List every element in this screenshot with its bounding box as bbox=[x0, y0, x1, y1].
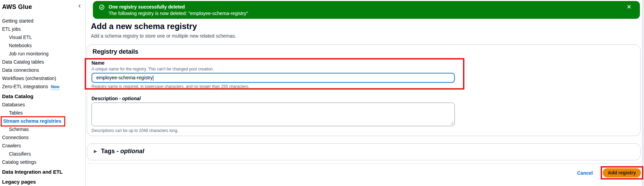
sidebar-item-label: Databases bbox=[2, 102, 25, 107]
sidebar-item-label: Crawlers bbox=[2, 143, 21, 148]
sidebar-item-job-run-monitoring[interactable]: Job run monitoring bbox=[0, 51, 85, 59]
sidebar-item-catalog-settings[interactable]: Catalog settings bbox=[0, 159, 85, 167]
success-check-circle-icon bbox=[99, 4, 104, 10]
resize-handle-icon[interactable] bbox=[449, 121, 454, 125]
sidebar-item-schemas[interactable]: Schemas bbox=[0, 126, 85, 134]
cancel-button[interactable]: Cancel bbox=[577, 170, 593, 176]
sidebar-item-label: Job run monitoring bbox=[9, 51, 48, 56]
sidebar-item-data-catalog-tables[interactable]: Data Catalog tables bbox=[0, 59, 85, 67]
sidebar-item-label: ETL jobs bbox=[2, 26, 21, 32]
sidebar-item-workflows-orchestration-[interactable]: Workflows (orchestration) bbox=[0, 75, 85, 83]
triangle-right-icon bbox=[94, 149, 97, 154]
sidebar-item-label: Workflows (orchestration) bbox=[2, 76, 56, 81]
sidebar-item-data-integration-and-etl: Data Integration and ETL bbox=[0, 169, 85, 177]
sidebar-item-label: Tables bbox=[9, 110, 23, 116]
sidebar-item-label: Schemas bbox=[9, 127, 29, 132]
sidebar-item-databases[interactable]: Databases bbox=[0, 102, 85, 110]
sidebar-item-label: Catalog settings bbox=[2, 159, 36, 165]
sidebar-item-getting-started[interactable]: Getting started bbox=[0, 18, 85, 26]
sidebar-item-visual-etl[interactable]: Visual ETL bbox=[0, 34, 85, 42]
tags-optional-suffix: - optional bbox=[115, 148, 144, 155]
success-flashbar: One registry successfully deleted The fo… bbox=[93, 1, 640, 19]
sidebar-item-classifiers[interactable]: Classifiers bbox=[0, 151, 85, 159]
page-subtitle: Add a schema registry to store one or mu… bbox=[91, 33, 236, 39]
description-textarea[interactable] bbox=[92, 103, 455, 126]
sidebar-item-label: Zero-ETL integrations bbox=[2, 84, 48, 89]
sidebar-item-zero-etl-integrations[interactable]: Zero-ETL integrationsNew bbox=[0, 83, 85, 92]
sidebar-title: AWS Glue bbox=[0, 0, 85, 11]
tags-label: Tags bbox=[101, 148, 115, 155]
registry-details-title: Registry details bbox=[93, 48, 138, 55]
sidebar-item-label: Data Catalog bbox=[2, 93, 33, 99]
flashbar-text: One registry successfully deleted The fo… bbox=[109, 4, 248, 17]
sidebar-item-label: Data Catalog tables bbox=[2, 59, 44, 65]
sidebar-item-crawlers[interactable]: Crawlers bbox=[0, 143, 85, 151]
chevron-left-icon[interactable] bbox=[76, 2, 83, 10]
sidebar-item-label: Getting started bbox=[2, 18, 33, 24]
name-field-constraint: Registry name is required, in lowercase … bbox=[92, 84, 249, 89]
close-x-icon[interactable] bbox=[626, 4, 632, 11]
description-field-label: Description - optional bbox=[92, 96, 141, 101]
sidebar-item-connections[interactable]: Connections bbox=[0, 134, 85, 143]
flashbar-message: The following registry is now deleted: "… bbox=[109, 10, 248, 17]
name-field-description: A unique name for the registry. This can… bbox=[92, 67, 214, 71]
sidebar-item-stream-schema-registries[interactable]: Stream schema registries bbox=[0, 118, 85, 126]
sidebar-nav: Getting startedETL jobsVisual ETLNoteboo… bbox=[0, 18, 85, 186]
sidebar-item-label: Visual ETL bbox=[9, 35, 32, 40]
aws-glue-console-page: { "sidebar": { "title": "AWS Glue", "col… bbox=[0, 0, 644, 186]
sidebar-item-label: Connections bbox=[2, 135, 29, 140]
annotation-box-sidebar-item: Stream schema registries bbox=[1, 116, 65, 127]
tags-expander[interactable]: Tags - optional bbox=[94, 148, 144, 155]
registry-name-input[interactable]: employee-schema-registry bbox=[92, 73, 455, 83]
tags-card: Tags - optional bbox=[87, 143, 641, 160]
add-registry-button[interactable]: Add registry bbox=[603, 168, 641, 177]
sidebar-item-label: Legacy pages bbox=[2, 179, 36, 185]
sidebar-item-etl-jobs[interactable]: ETL jobs bbox=[0, 26, 85, 34]
sidebar-item-legacy-pages: Legacy pages bbox=[0, 179, 85, 186]
sidebar-item-label: Data connections bbox=[2, 67, 39, 73]
sidebar-item-data-catalog: Data Catalog bbox=[0, 93, 85, 102]
description-field-constraint: Descriptions can be up to 2048 character… bbox=[92, 128, 178, 133]
sidebar: AWS Glue Getting startedETL jobsVisual E… bbox=[0, 0, 86, 186]
text-caret bbox=[153, 75, 153, 81]
sidebar-item-data-connections[interactable]: Data connections bbox=[0, 67, 85, 75]
description-optional-suffix: - optional bbox=[119, 96, 141, 101]
sidebar-item-notebooks[interactable]: Notebooks bbox=[0, 42, 85, 51]
sidebar-item-label: Notebooks bbox=[9, 43, 32, 48]
actions-divider bbox=[87, 163, 641, 164]
sidebar-item-label: Data Integration and ETL bbox=[2, 169, 63, 175]
scrollbar-gutter[interactable] bbox=[642, 0, 644, 186]
name-field-label: Name bbox=[92, 60, 104, 66]
registry-name-value: employee-schema-registry bbox=[96, 74, 153, 82]
new-badge: New bbox=[51, 84, 59, 90]
flashbar-title: One registry successfully deleted bbox=[109, 4, 248, 10]
page-title: Add a new schema registry bbox=[91, 22, 197, 31]
sidebar-item-label: Classifiers bbox=[9, 151, 31, 157]
